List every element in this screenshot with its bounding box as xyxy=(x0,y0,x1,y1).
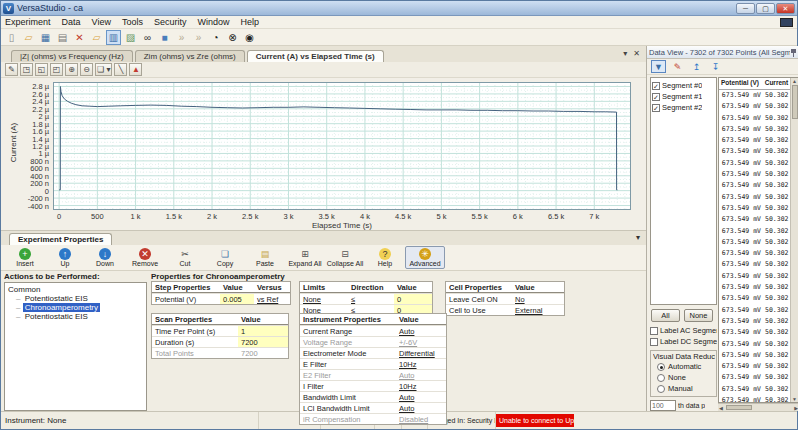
down-button[interactable]: ↓Down xyxy=(85,247,125,268)
property-value[interactable]: 0 xyxy=(394,294,432,304)
tab-z-ohms-vs-frequency-hz[interactable]: |Z| (ohms) vs Frequency (Hz) xyxy=(11,50,133,62)
table-row[interactable]: 673.549 mV50.302 xyxy=(719,158,790,169)
expand-all-button[interactable]: ⊞Expand All xyxy=(285,247,325,268)
plot-image-icon[interactable]: ▨ xyxy=(123,30,138,45)
none-button[interactable]: None xyxy=(684,309,713,322)
table-row[interactable]: 673.549 mV50.302 xyxy=(719,327,790,338)
tab-list-dropdown-icon[interactable]: ▾ xyxy=(623,49,627,58)
property-value[interactable]: Auto xyxy=(396,326,446,336)
table-row[interactable]: 673.549 mV50.302 xyxy=(719,101,790,112)
data-preview-icon[interactable]: ∞ xyxy=(140,30,155,45)
pause-icon[interactable]: ◔ xyxy=(208,30,223,45)
table-horizontal-scrollbar[interactable]: ◀ ▶ xyxy=(718,403,798,411)
remove-button[interactable]: ✕Remove xyxy=(125,247,165,268)
menu-item-view[interactable]: View xyxy=(92,17,111,27)
table-row[interactable]: 673.549 mV50.302 xyxy=(719,90,790,101)
advanced-button[interactable]: ✳Advanced xyxy=(405,246,445,269)
close-button[interactable]: ✕ xyxy=(776,3,795,14)
zoom-window-icon[interactable]: ◳ xyxy=(20,63,33,76)
menu-item-tools[interactable]: Tools xyxy=(122,17,143,27)
scroll-left-icon[interactable]: ◀ xyxy=(718,405,724,411)
tree-item-potentiostatic-eis[interactable]: – Potentiostatic EIS xyxy=(16,312,146,321)
filter-icon[interactable]: ▼ xyxy=(651,60,666,73)
property-value[interactable]: 7200 xyxy=(238,348,288,358)
new-document-icon[interactable]: ▯ xyxy=(4,30,19,45)
label-ac-segments-checkbox[interactable]: Label AC Segments xyxy=(650,325,717,336)
record-icon[interactable]: ◉ xyxy=(242,30,257,45)
table-row[interactable]: 673.549 mV50.302 xyxy=(719,124,790,135)
segment-row[interactable]: ✓Segment #1 xyxy=(652,91,715,102)
move-down-icon[interactable]: ↧ xyxy=(708,60,723,73)
property-value[interactable]: ≤ xyxy=(348,294,394,304)
actions-tree[interactable]: Common– Potentiostatic EIS– Chronoampero… xyxy=(4,282,147,411)
property-value[interactable]: 0.005 xyxy=(220,294,254,304)
tree-root-common[interactable]: Common xyxy=(8,285,146,294)
table-row[interactable]: 673.549 mV50.302 xyxy=(719,372,790,383)
table-row[interactable]: 673.549 mV50.302 xyxy=(719,135,790,146)
open-folder-icon[interactable]: ▱ xyxy=(89,30,104,45)
edit-icon[interactable]: ✎ xyxy=(5,63,18,76)
stop-icon[interactable]: ⊗ xyxy=(225,30,240,45)
scrollbar-thumb-horizontal[interactable] xyxy=(726,405,752,410)
table-row[interactable]: 673.549 mV50.302 xyxy=(719,248,790,259)
table-row[interactable]: 673.549 mV50.302 xyxy=(719,237,790,248)
checkbox-icon[interactable]: ✓ xyxy=(652,82,660,90)
move-up-icon[interactable]: ↥ xyxy=(689,60,704,73)
menu-item-security[interactable]: Security xyxy=(154,17,187,27)
property-label[interactable]: None xyxy=(300,294,348,304)
chart-svg[interactable] xyxy=(53,82,631,210)
checkbox-icon[interactable] xyxy=(650,338,658,346)
property-value[interactable]: External xyxy=(512,305,564,315)
property-value[interactable]: Differential xyxy=(396,348,446,358)
table-row[interactable]: 673.549 mV50.302 xyxy=(719,282,790,293)
table-row[interactable]: 673.549 mV50.302 xyxy=(719,395,790,402)
tab-close-icon[interactable]: ✕ xyxy=(633,49,640,58)
copy-button[interactable]: ❏Copy xyxy=(205,247,245,268)
display-options-icon[interactable]: ❏ ▾ xyxy=(95,63,112,76)
table-row[interactable]: 673.549 mV50.302 xyxy=(719,226,790,237)
edit-points-icon[interactable]: ✎ xyxy=(670,60,685,73)
status-update-error[interactable]: Unable to connect to Update site xyxy=(496,414,574,427)
table-row[interactable]: 673.549 mV50.302 xyxy=(719,192,790,203)
zoom-in-icon[interactable]: ⊕ xyxy=(65,63,78,76)
table-row[interactable]: 673.549 mV50.302 xyxy=(719,180,790,191)
table-row[interactable]: 673.549 mV50.302 xyxy=(719,146,790,157)
property-value[interactable]: Auto xyxy=(396,403,446,413)
run-all-icon[interactable]: » xyxy=(191,30,206,45)
table-row[interactable]: 673.549 mV50.302 xyxy=(719,203,790,214)
minimize-button[interactable]: ─ xyxy=(736,3,755,14)
open-icon[interactable]: ▱ xyxy=(21,30,36,45)
scrollbar-thumb[interactable] xyxy=(792,85,798,119)
table-row[interactable]: 673.549 mV50.302 xyxy=(719,169,790,180)
radio-icon[interactable] xyxy=(657,363,665,371)
table-row[interactable]: 673.549 mV50.302 xyxy=(719,113,790,124)
cut-button[interactable]: ✂Cut xyxy=(165,247,205,268)
radio-icon[interactable] xyxy=(657,385,665,393)
radio-icon[interactable] xyxy=(657,374,665,382)
zoom-out-icon[interactable]: ⊖ xyxy=(80,63,93,76)
property-value[interactable]: 10Hz xyxy=(396,381,446,391)
paste-button[interactable]: ▤Paste xyxy=(245,247,285,268)
print-icon[interactable]: ▤ xyxy=(55,30,70,45)
column-header-potential[interactable]: Potential (V) xyxy=(719,78,763,89)
table-vertical-scrollbar[interactable]: ▲ ▼ xyxy=(790,78,798,402)
property-value[interactable]: 1 xyxy=(238,326,288,336)
scroll-up-icon[interactable]: ▲ xyxy=(791,78,798,84)
property-value[interactable]: +/-6V xyxy=(396,337,446,347)
table-row[interactable]: 673.549 mV50.302 xyxy=(719,214,790,225)
zoom-x-icon[interactable]: ◱ xyxy=(35,63,48,76)
pin-icon[interactable] xyxy=(790,48,797,57)
menu-item-help[interactable]: Help xyxy=(240,17,259,27)
table-row[interactable]: 673.549 mV50.302 xyxy=(719,305,790,316)
tab-experiment-properties[interactable]: Experiment Properties xyxy=(9,233,112,245)
property-value[interactable]: Auto xyxy=(396,392,446,402)
property-value[interactable]: vs Ref xyxy=(254,294,290,304)
up-button[interactable]: ↑Up xyxy=(45,247,85,268)
table-row[interactable]: 673.549 mV50.302 xyxy=(719,339,790,350)
collapse-panel-icon[interactable]: ▾ xyxy=(636,233,640,242)
radio-manual[interactable]: Manual xyxy=(653,383,715,394)
segment-row[interactable]: ✓Segment #0 xyxy=(652,80,715,91)
table-row[interactable]: 673.549 mV50.302 xyxy=(719,293,790,304)
tree-item-potentiostatic-eis[interactable]: – Potentiostatic EIS xyxy=(16,294,146,303)
label-dc-segments-checkbox[interactable]: Label DC Segments xyxy=(650,336,717,347)
